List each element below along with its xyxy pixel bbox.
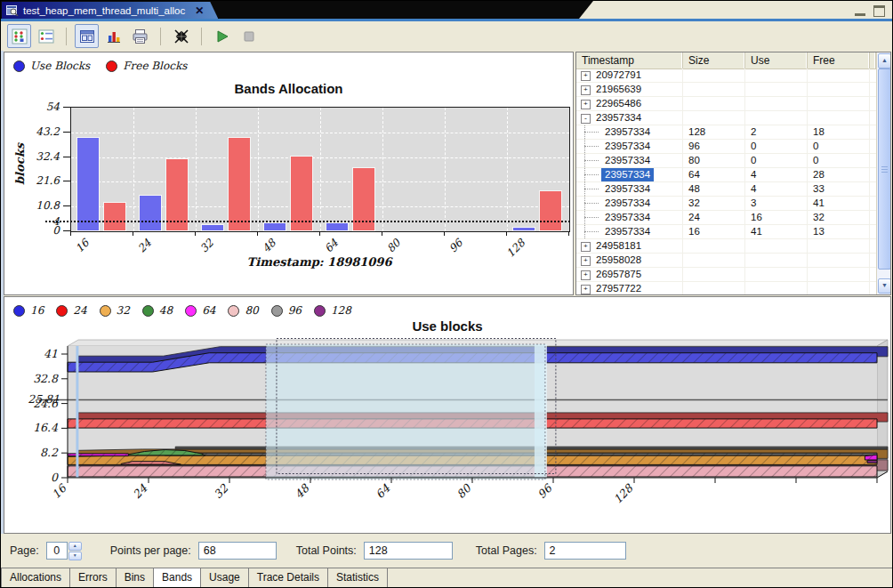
view-list-icon[interactable] [34,24,58,48]
timestamp-label: 23957334 [601,154,654,167]
editor-tab[interactable]: test_heap_mem_thread_multi_alloc ✕ [2,2,218,19]
x-tick-mark [506,231,507,236]
threshold-line [45,221,570,222]
table-row[interactable]: +26957875 [576,268,876,282]
table-scrollbar[interactable]: ▲ ▼ [876,52,890,294]
svg-text:0: 0 [51,471,59,484]
table-row[interactable]: +25958028 [576,254,876,268]
free-cell: 28 [808,168,870,181]
y-tick-label: 43.2 [4,125,60,138]
x-tick-mark [70,231,71,236]
expand-icon[interactable]: + [581,256,591,266]
y-tick-label: 32.4 [4,150,60,163]
size-cell [683,282,745,294]
free-cell [808,111,870,125]
tab-statistics[interactable]: Statistics [327,568,388,588]
timestamp-label: 23957334 [592,111,645,125]
legend-dot-icon [106,60,117,72]
table-row[interactable]: +24958181 [576,239,876,254]
use-cell: 0 [745,140,808,153]
tab-usage[interactable]: Usage [200,568,249,588]
use-cell: 4 [745,168,808,181]
close-icon[interactable]: ✕ [195,4,204,17]
table-row[interactable]: +20972791 [576,68,876,83]
chart-window-icon[interactable] [75,24,99,48]
restore-icon[interactable] [873,5,885,17]
expand-icon[interactable]: + [581,85,591,95]
table-row[interactable]: +27957722 [576,282,876,294]
x-tick-mark [133,231,133,236]
legend-dot-icon [228,305,239,317]
print-icon[interactable] [128,24,152,48]
expand-icon[interactable]: + [581,270,591,280]
column-header-size[interactable]: Size [683,52,745,68]
legend-label: Use Blocks [30,60,90,72]
bar-free [539,190,562,231]
table-row[interactable]: 2395733448433 [576,182,876,197]
points-per-page-input[interactable] [198,542,277,560]
bands-x-axis-title: Timestamp: 18981096 [70,255,568,269]
svg-text:32: 32 [211,481,231,502]
bar-use [76,137,100,231]
x-tick-mark [195,231,196,236]
table-row[interactable]: 239573348000 [576,154,876,168]
tab-trace-details[interactable]: Trace Details [248,568,328,588]
table-row[interactable]: 23957334128218 [576,125,876,140]
use-blocks-title: Use blocks [4,318,890,334]
expand-icon[interactable]: + [581,285,591,294]
bands-allocation-panel: Use BlocksFree Blocks Bands Allocation b… [4,52,574,295]
minimize-icon[interactable] [855,5,865,16]
table-row[interactable]: 2395733464428 [576,168,876,182]
scroll-down-icon[interactable]: ▼ [878,278,891,294]
table-row[interactable]: -23957334 [576,111,876,125]
toolbar-separator [160,28,161,45]
toolbar-separator [201,28,202,45]
tree-guide [584,203,599,204]
tab-allocations[interactable]: Allocations [1,568,70,588]
x-tick-label: 24 [135,237,154,255]
legend-item: 128 [314,304,351,317]
bottom-tabstrip: AllocationsErrorsBinsBandsUsageTrace Det… [1,568,892,588]
expand-icon[interactable]: + [581,100,591,109]
column-header-use[interactable]: Use [745,52,808,68]
run-icon[interactable] [210,24,234,48]
table-row[interactable]: 239573349600 [576,140,876,154]
column-header-timestamp[interactable]: Timestamp [576,52,683,68]
collapse-icon[interactable]: - [581,114,591,124]
view-matrix-icon[interactable] [7,24,31,48]
table-row[interactable]: +21965639 [576,83,876,97]
table-row[interactable]: 23957334164113 [576,225,876,239]
y-tick-mark [63,205,70,206]
tab-errors[interactable]: Errors [69,568,117,588]
table-row[interactable]: +22965486 [576,97,876,111]
table-row[interactable]: 23957334241632 [576,211,876,225]
free-cell [808,282,870,294]
page-spinner-buttons[interactable]: ▲▼ [68,542,82,560]
free-cell: 33 [808,182,870,196]
timestamp-label: 23957334 [601,182,654,196]
tab-bins[interactable]: Bins [116,568,154,588]
gridline [258,108,259,231]
table-row[interactable]: 2395733432341 [576,197,876,211]
use-cell: 0 [745,154,808,167]
expand-icon[interactable]: + [581,71,591,81]
free-cell: 18 [808,125,870,139]
bar-chart-icon[interactable] [101,24,125,48]
y-tick-label: 21.6 [4,174,60,187]
total-points-value: 128 [364,542,453,560]
scroll-up-icon[interactable]: ▲ [878,53,891,68]
column-header-free[interactable]: Free [808,52,870,68]
svg-text:80: 80 [454,481,474,502]
scrollbar-thumb[interactable] [878,68,891,270]
application-window: test_heap_mem_thread_multi_alloc ✕ [0,0,893,588]
toolbar-separator [66,28,67,45]
gridline [133,108,134,231]
collapse-icon[interactable] [169,24,193,48]
size-cell [683,68,745,82]
expand-icon[interactable]: + [581,242,591,252]
stop-icon[interactable] [237,24,261,48]
timestamp-label: 23957334 [601,140,654,153]
page-spinner[interactable]: 0 [46,542,68,560]
free-cell [808,239,870,253]
tab-bands[interactable]: Bands [153,568,201,588]
